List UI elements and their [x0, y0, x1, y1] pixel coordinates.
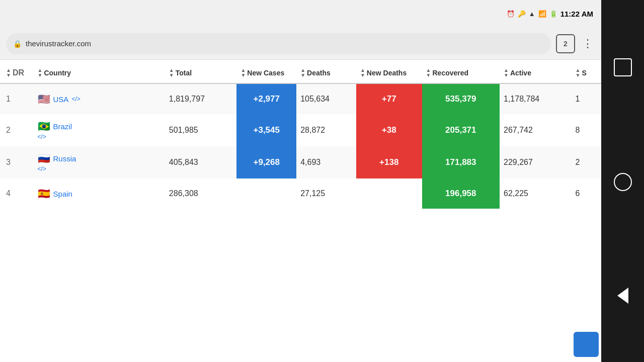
country-name[interactable]: Spain	[53, 190, 72, 198]
battery-icon: 🔋	[549, 10, 557, 18]
th-new-deaths[interactable]: ▲▼ New Deaths	[356, 60, 422, 83]
th-s[interactable]: ▲▼ S	[572, 60, 601, 83]
data-table-container: ▲▼ DR ▲▼ Country ▲▼ Total	[0, 60, 601, 209]
table-row: 2🇧🇷Brazil</>501,985+3,54528,872+38205,37…	[0, 114, 601, 146]
address-bar: 🔒 thevirustracker.com 2 ⋮	[0, 28, 601, 60]
fab-button[interactable]	[574, 332, 599, 357]
th-country[interactable]: ▲▼ Country	[34, 60, 165, 83]
table-header-row: ▲▼ DR ▲▼ Country ▲▼ Total	[0, 60, 601, 83]
country-name[interactable]: Russia	[53, 154, 76, 163]
active-cell: 267,742	[500, 114, 572, 146]
country-flag: 🇺🇸	[38, 93, 50, 105]
total-cell: 1,819,797	[165, 83, 237, 114]
table-row: 1🇺🇸USA</>1,819,797+2,977105,634+77535,37…	[0, 83, 601, 114]
lock-icon: 🔒	[13, 40, 22, 48]
th-total[interactable]: ▲▼ Total	[165, 60, 237, 83]
embed-icon[interactable]: </>	[71, 96, 80, 103]
active-cell: 1,178,784	[500, 83, 572, 114]
new-deaths-cell: +77	[356, 83, 422, 114]
total-cell: 501,985	[165, 114, 237, 146]
embed-icon[interactable]: </>	[38, 165, 161, 172]
country-name[interactable]: USA	[53, 95, 69, 104]
embed-icon[interactable]: </>	[38, 133, 161, 140]
th-dr[interactable]: ▲▼ DR	[0, 60, 34, 83]
s-cell: 8	[572, 114, 601, 146]
deaths-cell: 4,693	[296, 146, 356, 178]
total-cell: 286,308	[165, 178, 237, 209]
key-icon: 🔑	[518, 10, 526, 18]
table-row: 4🇪🇸Spain286,30827,125196,95862,2256	[0, 178, 601, 209]
rank-cell: 4	[0, 178, 34, 209]
recovered-cell: 171,883	[422, 146, 500, 178]
s-cell: 1	[572, 83, 601, 114]
deaths-cell: 105,634	[296, 83, 356, 114]
status-bar: ⏰ 🔑 ▲ 📶 🔋 11:22 AM	[0, 0, 601, 28]
country-cell[interactable]: 🇧🇷Brazil</>	[34, 114, 165, 146]
signal-icon: 📶	[538, 10, 546, 18]
s-cell: 2	[572, 146, 601, 178]
new-deaths-cell	[356, 178, 422, 209]
navigation-bar	[601, 0, 644, 362]
home-nav-button[interactable]	[614, 173, 632, 191]
new-cases-cell: +9,268	[236, 146, 296, 178]
active-cell: 62,225	[500, 178, 572, 209]
country-cell[interactable]: 🇺🇸USA</>	[34, 83, 165, 114]
recovered-cell: 205,371	[422, 114, 500, 146]
th-active[interactable]: ▲▼ Active	[500, 60, 572, 83]
recovered-cell: 196,958	[422, 178, 500, 209]
status-icons: ⏰ 🔑 ▲ 📶 🔋 11:22 AM	[507, 10, 593, 18]
new-cases-cell: +2,977	[236, 83, 296, 114]
country-cell[interactable]: 🇪🇸Spain	[34, 178, 165, 209]
country-flag: 🇷🇺	[38, 152, 50, 164]
country-flag: 🇧🇷	[38, 120, 50, 132]
wifi-icon: ▲	[529, 10, 535, 18]
new-deaths-cell: +138	[356, 146, 422, 178]
deaths-cell: 27,125	[296, 178, 356, 209]
th-new-cases[interactable]: ▲▼ New Cases	[236, 60, 296, 83]
active-cell: 229,267	[500, 146, 572, 178]
alarm-icon: ⏰	[507, 10, 515, 18]
rank-cell: 1	[0, 83, 34, 114]
country-name[interactable]: Brazil	[53, 122, 72, 131]
new-deaths-cell: +38	[356, 114, 422, 146]
recovered-cell: 535,379	[422, 83, 500, 114]
url-text: thevirustracker.com	[26, 39, 91, 48]
tab-count-button[interactable]: 2	[556, 34, 575, 53]
new-cases-cell: +3,545	[236, 114, 296, 146]
country-flag: 🇪🇸	[38, 188, 50, 200]
total-cell: 405,843	[165, 146, 237, 178]
square-nav-button[interactable]	[614, 58, 632, 76]
rank-cell: 2	[0, 114, 34, 146]
country-cell[interactable]: 🇷🇺Russia</>	[34, 146, 165, 178]
rank-cell: 3	[0, 146, 34, 178]
browser-menu-button[interactable]: ⋮	[580, 35, 595, 52]
covid-table: ▲▼ DR ▲▼ Country ▲▼ Total	[0, 60, 601, 209]
new-cases-cell	[236, 178, 296, 209]
table-row: 3🇷🇺Russia</>405,843+9,2684,693+138171,88…	[0, 146, 601, 178]
th-deaths[interactable]: ▲▼ Deaths	[296, 60, 356, 83]
deaths-cell: 28,872	[296, 114, 356, 146]
back-nav-button[interactable]	[617, 288, 628, 304]
th-recovered[interactable]: ▲▼ Recovered	[422, 60, 500, 83]
url-box[interactable]: 🔒 thevirustracker.com	[6, 33, 551, 54]
status-time: 11:22 AM	[560, 10, 593, 18]
s-cell: 6	[572, 178, 601, 209]
